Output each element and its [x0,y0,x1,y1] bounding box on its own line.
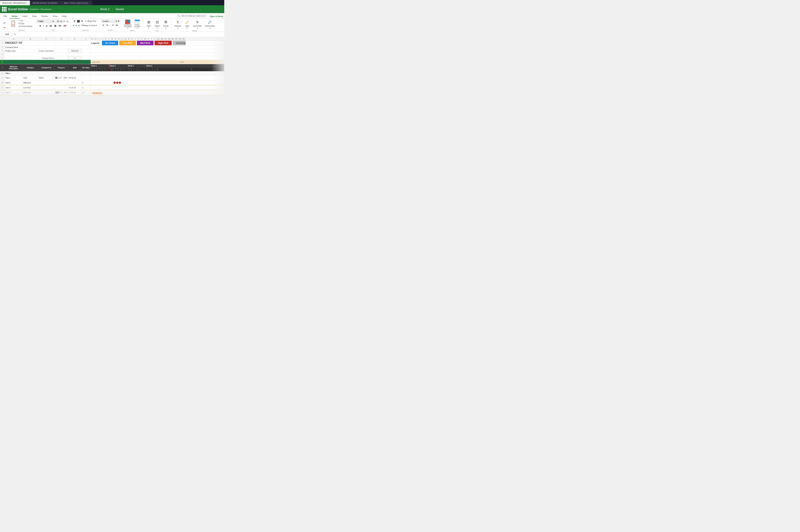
col-header-i[interactable]: I [97,37,101,40]
col-header-q[interactable]: Q [124,37,127,40]
underline-button[interactable]: U [45,24,48,27]
font-size-increase-icon[interactable]: A↑ [63,20,66,23]
cell-f7[interactable]: No. Days [81,64,91,71]
cell-e8[interactable] [68,71,81,75]
col-header-g[interactable]: G [91,37,94,40]
col-header-s[interactable]: S [130,37,134,40]
clear-dropdown[interactable]: ▾ [187,27,187,29]
merge-center-button[interactable]: ⊟ Merge & Center ▾ [80,24,98,27]
conditional-format-button[interactable]: ConditionalFormatting ▾ [123,19,132,30]
col-header-m[interactable]: M [111,37,114,40]
cell-a10[interactable]: Task 2 [5,80,23,85]
find-select-dropdown[interactable]: ▾ [209,27,210,29]
cell-b3[interactable] [23,49,38,53]
cell-c7[interactable]: Assigned To [38,64,55,71]
tab-file[interactable]: File [1,14,10,19]
cell-b1[interactable] [23,41,38,45]
autosum-dropdown[interactable]: ▾ [178,27,178,29]
autosum-button[interactable]: Σ AutoSum ▾ [173,19,183,30]
col-header-f[interactable]: F [81,37,91,40]
cell-a4[interactable] [5,53,23,56]
cell-e7[interactable]: Start [68,64,81,71]
col-header-z[interactable]: Z [153,37,156,40]
cell-e3[interactable]: 20.04.19 [68,49,81,53]
cell-e12[interactable]: 21.04.19 [68,90,81,95]
cell-f5[interactable] [81,56,91,60]
col-header-r[interactable]: R [127,37,130,40]
italic-button[interactable]: I [42,24,45,27]
tab-home[interactable]: Home [10,14,20,19]
decimal-decrease-button[interactable]: .00 [115,24,119,27]
col-header-e[interactable]: E [68,37,81,40]
col-header-x[interactable]: X [147,37,150,40]
format-as-table-button[interactable]: Formatas Table ▾ [133,19,141,30]
cell-d1[interactable] [55,41,68,45]
legend-high-risk[interactable]: High Risk [154,41,172,45]
cell-b6[interactable] [23,60,38,64]
col-header-ab[interactable]: AB [160,37,164,40]
align-left-button[interactable]: ≡ [73,24,75,27]
cut-button[interactable]: ✂ Cut [18,20,33,22]
tab-data[interactable]: Data [30,14,39,19]
cell-d4[interactable] [55,53,68,56]
breadcrumb-documents[interactable]: Documents [40,8,51,11]
font-family-select[interactable]: Calibri [37,20,55,23]
fill-color-button[interactable]: A▾ [58,24,62,27]
cell-e4[interactable] [68,53,81,56]
tab-website[interactable]: Website Ranking: Top Website... [30,1,61,5]
wrap-text-button[interactable]: ↵ Wrap Text [84,20,97,23]
cell-f9[interactable] [81,75,91,80]
align-bottom-button[interactable]: ⬇ [81,20,83,23]
cell-f11[interactable]: 1 [81,85,91,90]
cell-f6[interactable] [81,60,91,64]
cell-e2[interactable] [68,45,81,49]
align-center-button[interactable]: ≡ [75,24,77,27]
tab-help[interactable]: Help [60,14,69,19]
number-format-select[interactable]: Custom [101,20,118,23]
cell-c5[interactable]: Display Week: [38,56,55,60]
cell-a5[interactable] [5,56,23,60]
cell-e6[interactable] [68,60,81,64]
delete-dropdown[interactable]: ▾ [157,27,157,29]
breadcrumb-onedrive[interactable]: OneDrive [30,8,39,11]
cell-a6[interactable] [5,60,23,64]
cell-b4[interactable] [23,53,38,56]
font-color-button[interactable]: A▾ [62,24,67,27]
cell-f1[interactable] [81,41,91,45]
cell-f4[interactable] [81,53,91,56]
legend-med-risk[interactable]: Med Risk [137,41,153,45]
cond-format-dropdown[interactable]: ▾ [127,27,128,29]
strikethrough-button[interactable]: ab [49,24,53,27]
legend-unassigned[interactable]: Unassigned [173,41,186,45]
open-in-excel-btn[interactable]: Open in Excel [210,15,223,18]
cell-b11[interactable]: Low Risk [23,85,38,90]
cell-f12[interactable]: 10 [81,90,91,95]
formula-input[interactable] [17,33,223,36]
col-header-ae[interactable]: AE [171,37,175,40]
number-format-dropdown-icon[interactable]: ▾ [118,20,119,23]
cell-e11[interactable]: 27.04.19 [68,85,81,90]
format-painter-button[interactable]: 🖌 Format Painter [18,25,33,27]
col-header-aa[interactable]: AA [156,37,160,40]
col-header-h[interactable]: H [94,37,97,40]
cell-c2[interactable] [38,45,55,49]
cell-f2[interactable] [81,45,91,49]
tab-mail[interactable]: Mail.ru: почта, поиск в интер... [61,1,92,5]
tell-me-search[interactable]: 🔍 Tell me what you want to do [176,14,207,18]
col-header-ah[interactable]: AH [182,37,186,40]
cell-c4[interactable] [38,53,55,56]
cell-b9[interactable]: Goal [23,75,38,80]
cell-d2[interactable] [55,45,68,49]
cell-a7[interactable]: Milestone Description [5,64,23,71]
sort-filter-button[interactable]: ⇅ Sort & Filter ▾ [192,19,203,30]
sort-filter-dropdown[interactable]: ▾ [197,27,198,29]
find-select-button[interactable]: 🔎 Find & Select ▾ [204,19,216,30]
cell-f3[interactable] [81,49,91,53]
cell-d3[interactable] [55,49,68,53]
cell-e1[interactable] [68,41,81,45]
col-header-b[interactable]: B [23,37,38,40]
col-header-k[interactable]: K [104,37,107,40]
cell-d10[interactable] [55,80,68,85]
cell-a3[interactable]: Project Lead [5,49,23,53]
cell-c11[interactable] [38,85,55,90]
